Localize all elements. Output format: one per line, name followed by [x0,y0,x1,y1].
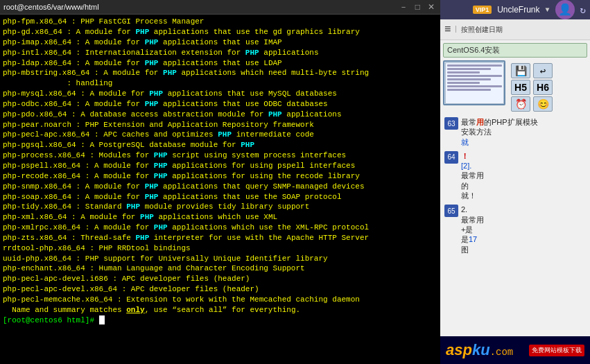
terminal-text: only [126,305,144,315]
terminal-line: php-xml.x86_64 : A module for PHP applic… [3,212,437,223]
terminal-controls: － □ ✕ [397,1,437,12]
h6-button[interactable]: H6 [533,80,553,95]
terminal-text: PHP [149,89,163,99]
refresh-icon[interactable]: ↻ [580,4,586,16]
terminal-line: php-pdo.x86_64 : A database access abstr… [3,110,437,120]
terminal-text: intermediate code [232,130,314,140]
terminal-text: applications [282,110,342,120]
list-text-65: 2. 最常用 +是 是17 图 [461,205,484,254]
terminal-text: PHP [154,171,168,182]
terminal-line: php-zts.x86_64 : Thread-safe PHP interpr… [3,233,437,243]
avatar [555,0,575,19]
content-label: CentOS6.4安装 [443,43,587,58]
list-item: 63 最常用的PHP扩展模块 安装方法 就 [444,117,586,147]
terminal-line: php-imap.x86_64 : A module for PHP appli… [3,37,437,48]
terminal-line: php-pecl-apc-devel.x86_64 : APC develope… [3,284,437,295]
terminal-text: php-pear.noarch : PHP Extension and Appl… [3,120,314,130]
terminal-text: PHP [145,192,159,202]
thumb-line [447,78,491,80]
thumb-line [447,82,480,84]
terminal-text: php-tidy.x86_64 : Standard [3,202,126,212]
emoji-icon-btn[interactable]: 😊 [533,96,553,112]
terminal-text: script using system process interfaces [168,150,346,161]
terminal-text: applications [259,48,319,58]
terminal-line: php-tidy.x86_64 : Standard PHP module pr… [3,202,437,212]
terminal-line: php-pear.noarch : PHP Extension and Appl… [3,120,437,130]
extras-row: ⏰ 😊 [511,96,553,112]
list-num-63: 63 [444,117,458,130]
terminal-text: Name and summary matches [3,305,126,315]
right-sidebar: VIP1 UncleFrunk ▼ ↻ ≡ | 按照创建日期 CentOS6.4… [440,0,590,364]
list-item: 65 2. 最常用 +是 是17 图 [444,205,586,254]
minimize-icon[interactable]: － [397,1,410,12]
list-item: 64 ！ [2]. 最常用 的 就！ [444,151,586,200]
terminal-line: php-pecl-apc-devel.i686 : APC developer … [3,274,437,284]
terminal-window[interactable]: root@centos6/var/www/html － □ ✕ php-fpm.… [0,0,440,364]
thumbnail[interactable] [443,60,505,105]
terminal-text: php-enchant.x86_64 : Human Language and … [3,263,305,274]
maximize-icon[interactable]: □ [413,1,422,12]
clock-icon-btn[interactable]: ⏰ [511,96,530,112]
terminal-text: php-recode.x86_64 : A module for [3,171,154,182]
user-bar: VIP1 UncleFrunk ▼ ↻ [440,0,590,19]
terminal-text: PHP [154,223,168,233]
terminal-line: php-pecl-memcache.x86_64 : Extension to … [3,295,437,305]
undo-icon-btn[interactable]: ↩ [533,63,553,78]
save-icon-btn[interactable]: 💾 [511,63,530,78]
username-label: UncleFrunk [497,5,539,15]
terminal-line: php-mysql.x86_64 : A module for PHP appl… [3,89,437,99]
terminal-content[interactable]: php-fpm.x86_64 : PHP FastCGI Process Man… [0,15,440,363]
terminal-text: applications that query SNMP-managed dev… [158,182,364,192]
terminal-text: php-mbstring.x86_64 : A module for [3,68,163,78]
terminal-text: PHP [126,202,140,212]
right-icon-buttons: 💾 ↩ H5 H6 ⏰ 😊 [508,60,555,114]
terminal-line: php-enchant.x86_64 : Human Language and … [3,263,437,274]
terminal-line: php-soap.x86_64 : A module for PHP appli… [3,192,437,202]
terminal-text: php-pspell.x86_64 : A module for [3,161,154,171]
terminal-line: php-xmlrpc.x86_64 : A module for PHP app… [3,223,437,233]
terminal-text: PHP [154,161,168,171]
terminal-text: PHP [154,150,168,161]
asp-ku-text: ku [472,341,490,358]
close-icon[interactable]: ✕ [426,1,437,12]
terminal-text: php-pecl-memcache.x86_64 : Extension to … [3,295,360,305]
h5-button[interactable]: H5 [511,80,530,95]
terminal-text: php-zts.x86_64 : Thread-safe [3,233,135,243]
terminal-text: PHP [145,99,159,110]
menu-icon[interactable]: ≡ [444,24,451,36]
list-num-65: 65 [444,205,458,217]
terminal-text: php-pgsql.x86_64 : A PostgreSQL database… [3,140,241,150]
terminal-text: applications which use XML [154,212,277,223]
terminal-text: php-imap.x86_64 : A module for [3,37,145,48]
terminal-line: php-process.x86_64 : Modules for PHP scr… [3,150,437,161]
terminal-text: php-pecl-apc-devel.x86_64 : APC develope… [3,284,259,295]
terminal-text: PHP [145,182,159,192]
vip-badge: VIP1 [473,6,492,14]
save-row: 💾 ↩ [511,63,553,78]
terminal-text: applications for using the recode librar… [168,171,360,182]
terminal-text: applications that use LDAP [158,58,281,69]
terminal-text: php-pdo.x86_64 : A database access abstr… [3,110,268,120]
terminal-text: php-gd.x86_64 : A module for [3,27,135,37]
terminal-line: php-mbstring.x86_64 : A module for PHP a… [3,68,437,78]
sort-button[interactable]: 按照创建日期 [461,25,503,35]
dropdown-arrow[interactable]: ▼ [546,6,550,14]
terminal-text: PHP [135,27,149,37]
terminal-text: interpreter for use with the Apache HTTP… [149,233,369,243]
terminal-text: module provides tidy library support [140,202,309,212]
terminal-line: php-pspell.x86_64 : A module for PHP app… [3,161,437,171]
asp-text: asp [446,341,472,358]
numbered-list: 63 最常用的PHP扩展模块 安装方法 就 64 ！ [2]. 最常用 的 就！… [440,114,590,336]
terminal-text: php-process.x86_64 : Modules for [3,150,154,161]
terminal-line: Name and summary matches only, use “sear… [3,305,437,315]
terminal-text: applications that use ODBC databases [158,99,327,110]
terminal-text: php-fpm.x86_64 : PHP FastCGI Process Man… [3,17,204,27]
terminal-text: applications that use the SOAP protocol [158,192,341,202]
terminal-text: applications that use IMAP [158,37,281,48]
toolbar-row: ≡ | 按照创建日期 [440,19,590,40]
terminal-titlebar: root@centos6/var/www/html － □ ✕ [0,0,440,15]
terminal-text: php-snmp.x86_64 : A module for [3,182,145,192]
terminal-line: php-odbc.x86_64 : A module for PHP appli… [3,99,437,110]
thumbnail-inner [445,62,504,104]
terminal-text: : handling [3,78,112,89]
